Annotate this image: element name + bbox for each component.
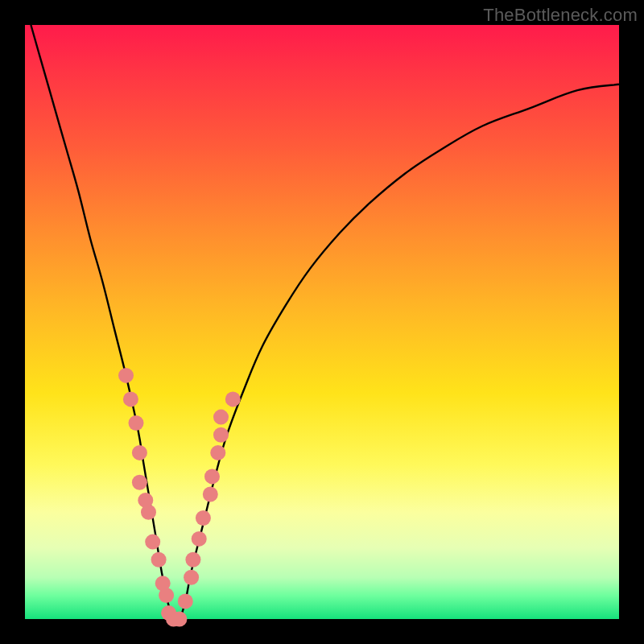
marker-dot <box>118 368 134 383</box>
marker-dot <box>203 487 218 502</box>
marker-dot <box>171 612 187 627</box>
marker-dot <box>159 588 174 603</box>
marker-dot <box>213 410 229 425</box>
watermark-text: TheBottleneck.com <box>483 5 638 26</box>
marker-dot <box>192 531 207 547</box>
marker-dot <box>141 505 156 520</box>
marker-dot <box>225 391 241 407</box>
markers-group <box>118 368 241 627</box>
marker-dot <box>196 510 211 526</box>
v-curve <box>31 25 619 621</box>
chart-stage: TheBottleneck.com <box>0 0 644 644</box>
marker-dot <box>178 593 193 609</box>
marker-dot <box>185 552 200 568</box>
marker-dot <box>210 445 225 460</box>
curve-svg <box>25 25 619 619</box>
marker-dot <box>145 535 160 550</box>
marker-dot <box>184 570 199 585</box>
marker-dot <box>132 475 147 490</box>
marker-dot <box>204 469 220 484</box>
marker-dot <box>123 391 138 407</box>
marker-dot <box>132 445 147 460</box>
marker-dot <box>151 552 167 568</box>
marker-dot <box>213 427 229 443</box>
plot-area <box>25 25 619 619</box>
marker-dot <box>129 415 144 431</box>
